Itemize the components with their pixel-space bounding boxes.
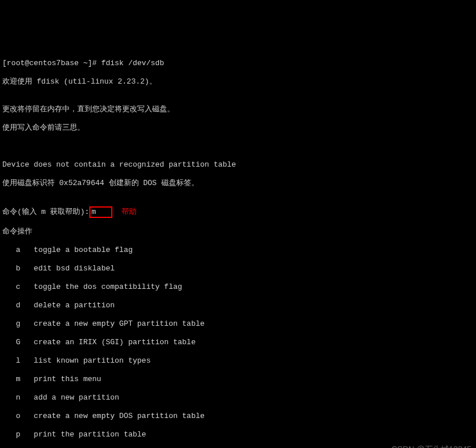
help-n: n add a new partition [2,393,474,402]
annotation-help: 帮助 [112,208,137,217]
help-b: b edit bsd disklabel [2,264,474,273]
help-g: g create a new empty GPT partition table [2,319,474,329]
help-p: p print the partition table [2,430,474,439]
dos-label-created: 使用磁盘标识符 0x52a79644 创建新的 DOS 磁盘标签。 [2,179,474,188]
help-o: o create a new empty DOS partition table [2,412,474,421]
help-a: a toggle a bootable flag [2,246,474,255]
input-box-m[interactable]: m [89,206,112,218]
help-G: G create an IRIX (SGI) partition table [2,338,474,347]
command-actions-header: 命令操作 [2,227,474,236]
warning-2: 使用写入命令前请三思。 [2,123,474,133]
cmd-prompt-m: 命令(输入 m 获取帮助):m帮助 [2,206,474,218]
terminal-output: [root@centos7base ~]# fdisk /dev/sdb 欢迎使… [0,46,476,448]
welcome-line: 欢迎使用 fdisk (util-linux 2.23.2)。 [2,77,474,86]
no-partition-table: Device does not contain a recognized par… [2,160,474,170]
help-d: d delete a partition [2,301,474,310]
help-l: l list known partition types [2,356,474,366]
help-c: c toggle the dos compatibility flag [2,283,474,292]
prompt-text: 命令(输入 m 获取帮助): [2,208,89,216]
cmd-line-fdisk: [root@centos7base ~]# fdisk /dev/sdb [2,59,474,68]
watermark: CSDN @石头城12345 [391,445,471,448]
help-m: m print this menu [2,375,474,384]
warning-1: 更改将停留在内存中，直到您决定将更改写入磁盘。 [2,105,474,114]
